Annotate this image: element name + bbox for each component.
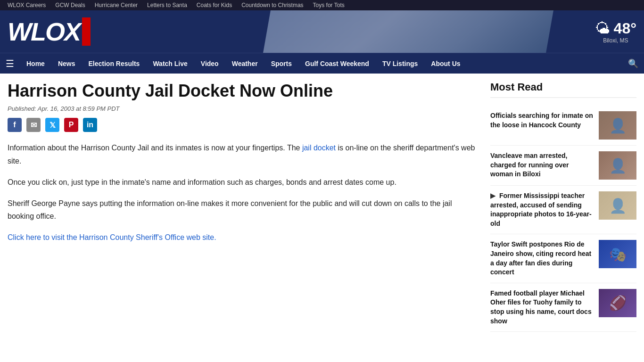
logo-text: WLOX bbox=[8, 17, 80, 46]
nav-item-gulf-coast-weekend[interactable]: Gulf Coast Weekend bbox=[298, 54, 376, 73]
sheriff-office-link[interactable]: Click here to visit the Harrison County … bbox=[8, 233, 216, 241]
site-logo[interactable]: WLOX bbox=[8, 17, 91, 46]
nav-item-home[interactable]: Home bbox=[20, 54, 51, 73]
image-placeholder-4: 🎭 bbox=[599, 240, 636, 268]
most-read-item-image-4: 🎭 bbox=[599, 240, 636, 268]
nav-item-watch-live[interactable]: Watch Live bbox=[146, 54, 194, 73]
most-read-item-5[interactable]: Famed football player Michael Oher files… bbox=[490, 283, 636, 332]
weather-temperature: 48° bbox=[614, 20, 636, 37]
twitter-share-button[interactable]: 𝕏 bbox=[45, 118, 59, 132]
header-background bbox=[263, 10, 553, 53]
logo-red-accent bbox=[82, 17, 91, 46]
linkedin-share-button[interactable]: in bbox=[83, 118, 97, 132]
article-paragraph-2: Once you click on, just type in the inma… bbox=[8, 176, 479, 189]
weather-widget[interactable]: 🌤 48° Biloxi, MS bbox=[595, 20, 636, 44]
nav-item-weather[interactable]: Weather bbox=[225, 54, 264, 73]
most-read-item-text-3[interactable]: ▶ Former Mississippi teacher arrested, a… bbox=[490, 191, 593, 228]
search-icon[interactable]: 🔍 bbox=[628, 58, 638, 69]
weather-location: Biloxi, MS bbox=[603, 37, 628, 44]
nav-item-news[interactable]: News bbox=[51, 54, 82, 73]
main-article: Harrison County Jail Docket Now Online P… bbox=[8, 81, 479, 332]
image-placeholder-1: 👤 bbox=[599, 111, 636, 140]
most-read-item-text-4[interactable]: Taylor Swift postpones Rio de Janeiro sh… bbox=[490, 240, 593, 277]
most-read-item-2[interactable]: Vancleave man arrested, charged for runn… bbox=[490, 146, 636, 186]
play-icon: ▶ bbox=[490, 192, 497, 199]
content-wrapper: Harrison County Jail Docket Now Online P… bbox=[0, 74, 644, 339]
article-body: Information about the Harrison County Ja… bbox=[8, 141, 479, 244]
nav-item-sports[interactable]: Sports bbox=[264, 54, 298, 73]
hamburger-menu[interactable]: ☰ bbox=[6, 58, 14, 69]
image-placeholder-2: 👤 bbox=[599, 151, 636, 180]
topbar-link-coats-for-kids[interactable]: Coats for Kids bbox=[197, 2, 232, 8]
social-share-bar: f ✉ 𝕏 P in bbox=[8, 118, 479, 132]
topbar-link-hurricane-center[interactable]: Hurricane Center bbox=[95, 2, 138, 8]
most-read-item-text-5[interactable]: Famed football player Michael Oher files… bbox=[490, 289, 593, 326]
most-read-item-1[interactable]: Officials searching for inmate on the lo… bbox=[490, 106, 636, 146]
most-read-item-image-3: 👤 bbox=[599, 191, 636, 220]
paragraph-1-text-before: Information about the Harrison County Ja… bbox=[8, 144, 302, 152]
topbar-link-letters-to-santa[interactable]: Letters to Santa bbox=[147, 2, 187, 8]
most-read-heading: Most Read bbox=[490, 81, 636, 98]
nav-item-about-us[interactable]: About Us bbox=[424, 54, 467, 73]
weather-icon: 🌤 bbox=[595, 20, 610, 37]
pinterest-share-button[interactable]: P bbox=[64, 118, 78, 132]
nav-item-tv-listings[interactable]: TV Listings bbox=[376, 54, 424, 73]
topbar-link-countdown-to-christmas[interactable]: Countdown to Christmas bbox=[241, 2, 303, 8]
nav-item-election-results[interactable]: Election Results bbox=[82, 54, 146, 73]
nav-list: HomeNewsElection ResultsWatch LiveVideoW… bbox=[20, 54, 628, 73]
header: WLOX 🌤 48° Biloxi, MS bbox=[0, 10, 644, 53]
topbar-link-gcw-deals[interactable]: GCW Deals bbox=[55, 2, 85, 8]
topbar-link-wlox-careers[interactable]: WLOX Careers bbox=[8, 2, 46, 8]
topbar-link-toys-for-tots[interactable]: Toys for Tots bbox=[313, 2, 345, 8]
most-read-list: Officials searching for inmate on the lo… bbox=[490, 106, 636, 332]
jail-docket-link[interactable]: jail docket bbox=[302, 144, 336, 152]
sidebar: Most Read Officials searching for inmate… bbox=[490, 81, 636, 332]
article-title: Harrison County Jail Docket Now Online bbox=[8, 81, 479, 100]
email-share-button[interactable]: ✉ bbox=[26, 118, 41, 132]
most-read-item-text-2[interactable]: Vancleave man arrested, charged for runn… bbox=[490, 151, 593, 179]
most-read-item-image-5: 🏈 bbox=[599, 289, 636, 317]
facebook-share-button[interactable]: f bbox=[8, 118, 22, 132]
image-placeholder-3: 👤 bbox=[599, 191, 636, 220]
image-placeholder-5: 🏈 bbox=[599, 289, 636, 317]
most-read-item-image-2: 👤 bbox=[599, 151, 636, 180]
article-paragraph-3: Sheriff George Payne says putting the in… bbox=[8, 197, 479, 222]
article-published-date: Published: Apr. 16, 2003 at 8:59 PM PDT bbox=[8, 105, 479, 112]
top-bar: WLOX CareersGCW DealsHurricane CenterLet… bbox=[0, 0, 644, 10]
most-read-item-image-1: 👤 bbox=[599, 111, 636, 140]
main-nav: ☰ HomeNewsElection ResultsWatch LiveVide… bbox=[0, 53, 644, 74]
article-paragraph-1: Information about the Harrison County Ja… bbox=[8, 141, 479, 167]
nav-item-video[interactable]: Video bbox=[194, 54, 225, 73]
most-read-item-3[interactable]: ▶ Former Mississippi teacher arrested, a… bbox=[490, 186, 636, 234]
most-read-item-4[interactable]: Taylor Swift postpones Rio de Janeiro sh… bbox=[490, 234, 636, 283]
most-read-item-text-1[interactable]: Officials searching for inmate on the lo… bbox=[490, 111, 593, 130]
